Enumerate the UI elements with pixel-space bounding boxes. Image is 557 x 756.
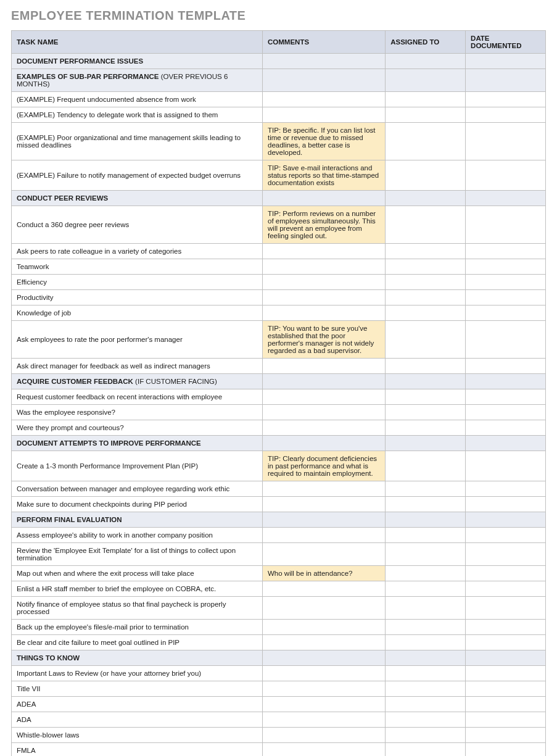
date-cell <box>466 566 546 581</box>
comment-cell: TIP: Perform reviews on a number of empl… <box>263 206 386 244</box>
date-cell <box>466 389 546 405</box>
task-text: Ask employees to rate the poor performer… <box>17 336 183 343</box>
task-text: Important Laws to Review (or have your a… <box>17 670 201 677</box>
task-cell: Request customer feedback on recent inte… <box>12 389 263 405</box>
task-text: PERFORM FINAL EVALUATION <box>17 516 122 523</box>
task-text: EXAMPLES OF SUB-PAR PERFORMANCE <box>17 73 159 80</box>
comment-cell <box>263 107 386 123</box>
task-cell: Ask employees to rate the poor performer… <box>12 321 263 359</box>
task-text: THINGS TO KNOW <box>17 654 80 662</box>
col-header-assigned: ASSIGNED TO <box>386 31 466 54</box>
task-cell: THINGS TO KNOW <box>12 650 263 666</box>
section-row: PERFORM FINAL EVALUATION <box>12 512 546 528</box>
comment-cell <box>263 666 386 681</box>
assigned-cell <box>386 374 466 389</box>
col-header-task: TASK NAME <box>12 31 263 54</box>
assigned-cell <box>386 69 466 92</box>
table-row: (EXAMPLE) Tendency to delegate work that… <box>12 107 546 123</box>
task-text: (EXAMPLE) Frequent undocumented absence … <box>17 96 196 103</box>
section-row: THINGS TO KNOW <box>12 650 546 666</box>
task-cell: Productivity <box>12 290 263 305</box>
date-cell <box>466 681 546 697</box>
assigned-cell <box>386 244 466 259</box>
date-cell <box>466 512 546 528</box>
task-cell: FMLA <box>12 743 263 757</box>
col-header-date: DATE DOCUMENTED <box>466 31 546 54</box>
task-text: (EXAMPLE) Tendency to delegate work that… <box>17 111 218 118</box>
comment-cell: TIP: Be specific. If you can list lost t… <box>263 123 386 160</box>
assigned-cell <box>386 581 466 597</box>
comment-cell <box>263 389 386 405</box>
comment-cell <box>263 290 386 305</box>
comment-cell <box>263 635 386 650</box>
assigned-cell <box>386 420 466 436</box>
task-text: (EXAMPLE) Failure to notify management o… <box>17 172 241 179</box>
task-text: Whistle-blower laws <box>17 731 80 739</box>
date-cell <box>466 275 546 290</box>
section-row: CONDUCT PEER REVIEWS <box>12 191 546 206</box>
task-cell: Efficiency <box>12 275 263 290</box>
assigned-cell <box>386 92 466 107</box>
task-note: (IF CUSTOMER FACING) <box>133 378 217 385</box>
date-cell <box>466 123 546 160</box>
date-cell <box>466 543 546 566</box>
table-row: (EXAMPLE) Failure to notify management o… <box>12 160 546 191</box>
date-cell <box>466 405 546 420</box>
task-text: Productivity <box>17 294 53 301</box>
task-text: Be clear and cite failure to meet goal o… <box>17 639 179 646</box>
task-cell: ADA <box>12 712 263 728</box>
table-row: Map out when and where the exit process … <box>12 566 546 581</box>
col-header-comments: COMMENTS <box>263 31 386 54</box>
assigned-cell <box>386 305 466 321</box>
date-cell <box>466 191 546 206</box>
table-row: Conduct a 360 degree peer reviewsTIP: Pe… <box>12 206 546 244</box>
table-row: Conversation between manager and employe… <box>12 481 546 497</box>
date-cell <box>466 743 546 757</box>
task-text: Create a 1-3 month Performance Improveme… <box>17 462 198 470</box>
task-text: Conduct a 360 degree peer reviews <box>17 221 129 228</box>
task-text: Enlist a HR staff member to brief the em… <box>17 585 216 592</box>
table-row: Notify finance of employee status so tha… <box>12 597 546 620</box>
date-cell <box>466 160 546 191</box>
task-text: Request customer feedback on recent inte… <box>17 393 222 401</box>
comment-cell <box>263 597 386 620</box>
assigned-cell <box>386 597 466 620</box>
date-cell <box>466 290 546 305</box>
assigned-cell <box>386 321 466 359</box>
comment-cell <box>263 728 386 743</box>
task-text: DOCUMENT PERFORMANCE ISSUES <box>17 57 143 65</box>
task-text: Review the 'Employee Exit Template' for … <box>17 547 236 562</box>
task-text: Map out when and where the exit process … <box>17 570 194 577</box>
comment-cell <box>263 512 386 528</box>
table-row: Productivity <box>12 290 546 305</box>
assigned-cell <box>386 451 466 481</box>
task-text: (EXAMPLE) Poor organizational and time m… <box>17 134 241 149</box>
task-cell: Create a 1-3 month Performance Improveme… <box>12 451 263 481</box>
date-cell <box>466 497 546 512</box>
assigned-cell <box>386 497 466 512</box>
assigned-cell <box>386 712 466 728</box>
task-text: Conversation between manager and employe… <box>17 485 229 492</box>
task-cell: Make sure to document checkpoints during… <box>12 497 263 512</box>
date-cell <box>466 321 546 359</box>
table-row: Create a 1-3 month Performance Improveme… <box>12 451 546 481</box>
task-cell: Were they prompt and courteous? <box>12 420 263 436</box>
table-row: Review the 'Employee Exit Template' for … <box>12 543 546 566</box>
comment-cell: TIP: Clearly document deficiencies in pa… <box>263 451 386 481</box>
task-cell: ADEA <box>12 697 263 712</box>
comment-cell <box>263 54 386 69</box>
comment-cell <box>263 305 386 321</box>
assigned-cell <box>386 436 466 451</box>
comment-cell <box>263 528 386 543</box>
task-text: Back up the employee's files/e-mail prio… <box>17 623 189 631</box>
assigned-cell <box>386 160 466 191</box>
assigned-cell <box>386 389 466 405</box>
table-row: Were they prompt and courteous? <box>12 420 546 436</box>
task-text: Assess employee's ability to work in ano… <box>17 531 213 539</box>
comment-cell: TIP: Save e-mail interactions and status… <box>263 160 386 191</box>
assigned-cell <box>386 290 466 305</box>
table-row: Whistle-blower laws <box>12 728 546 743</box>
task-text: FMLA <box>17 747 36 754</box>
task-cell: PERFORM FINAL EVALUATION <box>12 512 263 528</box>
comment-cell <box>263 543 386 566</box>
